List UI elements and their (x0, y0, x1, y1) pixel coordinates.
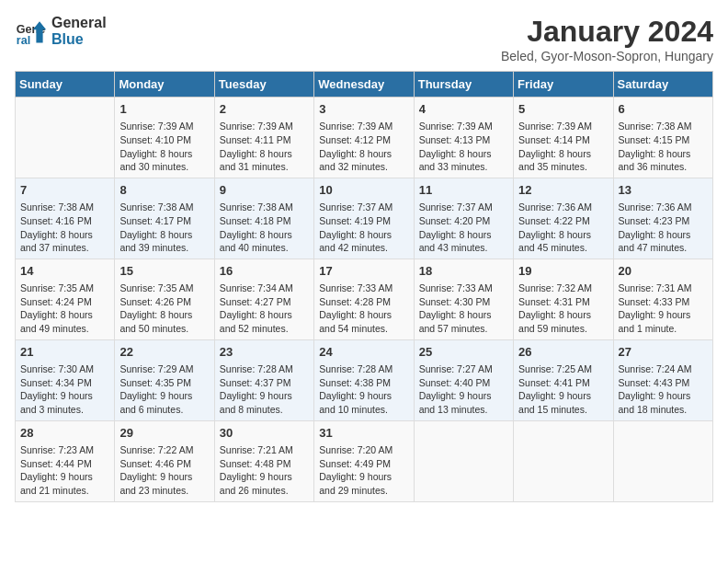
day-info: Sunrise: 7:32 AM Sunset: 4:31 PM Dayligh… (518, 282, 608, 336)
day-info: Sunrise: 7:36 AM Sunset: 4:23 PM Dayligh… (619, 201, 708, 255)
calendar-cell (414, 420, 513, 501)
calendar-cell: 9Sunrise: 7:38 AM Sunset: 4:18 PM Daylig… (214, 178, 313, 259)
day-info: Sunrise: 7:21 AM Sunset: 4:48 PM Dayligh… (220, 443, 309, 498)
day-number: 8 (119, 182, 209, 199)
day-info: Sunrise: 7:38 AM Sunset: 4:15 PM Dayligh… (619, 120, 708, 174)
day-number: 13 (619, 182, 708, 199)
day-info: Sunrise: 7:24 AM Sunset: 4:43 PM Dayligh… (619, 362, 708, 417)
calendar-cell: 21Sunrise: 7:30 AM Sunset: 4:34 PM Dayli… (16, 339, 115, 420)
calendar-cell: 10Sunrise: 7:37 AM Sunset: 4:19 PM Dayli… (314, 178, 414, 259)
day-info: Sunrise: 7:22 AM Sunset: 4:46 PM Dayligh… (119, 443, 209, 498)
calendar-cell: 31Sunrise: 7:20 AM Sunset: 4:49 PM Dayli… (314, 420, 414, 501)
calendar-cell: 19Sunrise: 7:32 AM Sunset: 4:31 PM Dayli… (514, 259, 613, 339)
day-header-tuesday: Tuesday (214, 72, 313, 98)
day-number: 18 (419, 263, 508, 280)
day-number: 5 (518, 101, 608, 118)
calendar-cell: 18Sunrise: 7:33 AM Sunset: 4:30 PM Dayli… (414, 259, 513, 339)
calendar-cell: 30Sunrise: 7:21 AM Sunset: 4:48 PM Dayli… (214, 420, 313, 501)
subtitle: Beled, Gyor-Moson-Sopron, Hungary (501, 49, 713, 63)
day-info: Sunrise: 7:39 AM Sunset: 4:10 PM Dayligh… (119, 120, 209, 174)
day-info: Sunrise: 7:28 AM Sunset: 4:38 PM Dayligh… (319, 362, 408, 417)
day-number: 1 (119, 101, 209, 118)
calendar-cell (514, 420, 613, 501)
day-number: 16 (220, 263, 309, 280)
calendar-cell: 25Sunrise: 7:27 AM Sunset: 4:40 PM Dayli… (414, 339, 513, 420)
day-number: 10 (319, 182, 408, 199)
title-area: January 2024 Beled, Gyor-Moson-Sopron, H… (501, 15, 713, 63)
calendar-cell: 8Sunrise: 7:38 AM Sunset: 4:17 PM Daylig… (115, 178, 214, 259)
header: Gene ral General Blue January 2024 Beled… (15, 15, 713, 63)
day-number: 30 (220, 425, 309, 442)
day-number: 14 (20, 263, 109, 280)
logo-icon: Gene ral (15, 15, 48, 48)
day-number: 24 (319, 344, 408, 361)
calendar-cell: 15Sunrise: 7:35 AM Sunset: 4:26 PM Dayli… (115, 259, 214, 339)
calendar-cell (613, 420, 712, 501)
day-number: 17 (319, 263, 408, 280)
day-info: Sunrise: 7:37 AM Sunset: 4:19 PM Dayligh… (319, 201, 408, 255)
logo-text-blue: Blue (51, 31, 107, 48)
day-info: Sunrise: 7:23 AM Sunset: 4:44 PM Dayligh… (20, 443, 109, 498)
day-info: Sunrise: 7:33 AM Sunset: 4:30 PM Dayligh… (419, 282, 508, 336)
day-info: Sunrise: 7:35 AM Sunset: 4:26 PM Dayligh… (119, 282, 209, 336)
week-row-4: 21Sunrise: 7:30 AM Sunset: 4:34 PM Dayli… (16, 339, 713, 420)
week-row-2: 7Sunrise: 7:38 AM Sunset: 4:16 PM Daylig… (16, 178, 713, 259)
day-number: 26 (518, 344, 608, 361)
day-number: 23 (220, 344, 309, 361)
calendar-cell: 29Sunrise: 7:22 AM Sunset: 4:46 PM Dayli… (115, 420, 214, 501)
day-number: 12 (518, 182, 608, 199)
calendar-cell: 1Sunrise: 7:39 AM Sunset: 4:10 PM Daylig… (115, 98, 214, 178)
day-info: Sunrise: 7:30 AM Sunset: 4:34 PM Dayligh… (20, 362, 109, 417)
day-number: 20 (619, 263, 708, 280)
calendar-cell: 13Sunrise: 7:36 AM Sunset: 4:23 PM Dayli… (613, 178, 712, 259)
day-number: 9 (220, 182, 309, 199)
day-number: 2 (220, 101, 309, 118)
calendar-cell: 11Sunrise: 7:37 AM Sunset: 4:20 PM Dayli… (414, 178, 513, 259)
day-info: Sunrise: 7:25 AM Sunset: 4:41 PM Dayligh… (518, 362, 608, 417)
day-number: 4 (419, 101, 508, 118)
day-info: Sunrise: 7:38 AM Sunset: 4:18 PM Dayligh… (220, 201, 309, 255)
calendar-cell: 16Sunrise: 7:34 AM Sunset: 4:27 PM Dayli… (214, 259, 313, 339)
day-header-saturday: Saturday (613, 72, 712, 98)
day-number: 7 (20, 182, 109, 199)
day-info: Sunrise: 7:34 AM Sunset: 4:27 PM Dayligh… (220, 282, 309, 336)
calendar-cell (16, 98, 115, 178)
day-info: Sunrise: 7:29 AM Sunset: 4:35 PM Dayligh… (119, 362, 209, 417)
week-row-5: 28Sunrise: 7:23 AM Sunset: 4:44 PM Dayli… (16, 420, 713, 501)
main-title: January 2024 (501, 15, 713, 49)
day-info: Sunrise: 7:31 AM Sunset: 4:33 PM Dayligh… (619, 282, 708, 336)
day-header-monday: Monday (115, 72, 214, 98)
calendar-cell: 6Sunrise: 7:38 AM Sunset: 4:15 PM Daylig… (613, 98, 712, 178)
day-number: 11 (419, 182, 508, 199)
svg-text:ral: ral (17, 34, 30, 47)
day-info: Sunrise: 7:39 AM Sunset: 4:12 PM Dayligh… (319, 120, 408, 174)
day-header-friday: Friday (514, 72, 613, 98)
day-number: 6 (619, 101, 708, 118)
day-info: Sunrise: 7:33 AM Sunset: 4:28 PM Dayligh… (319, 282, 408, 336)
day-header-sunday: Sunday (16, 72, 115, 98)
day-number: 29 (119, 425, 209, 442)
day-header-wednesday: Wednesday (314, 72, 414, 98)
day-number: 22 (119, 344, 209, 361)
header-row: SundayMondayTuesdayWednesdayThursdayFrid… (16, 72, 713, 98)
logo-text-general: General (51, 15, 107, 31)
day-number: 28 (20, 425, 109, 442)
day-number: 19 (518, 263, 608, 280)
calendar-cell: 5Sunrise: 7:39 AM Sunset: 4:14 PM Daylig… (514, 98, 613, 178)
day-info: Sunrise: 7:37 AM Sunset: 4:20 PM Dayligh… (419, 201, 508, 255)
day-info: Sunrise: 7:20 AM Sunset: 4:49 PM Dayligh… (319, 443, 408, 498)
calendar-cell: 7Sunrise: 7:38 AM Sunset: 4:16 PM Daylig… (16, 178, 115, 259)
day-info: Sunrise: 7:38 AM Sunset: 4:16 PM Dayligh… (20, 201, 109, 255)
calendar-cell: 2Sunrise: 7:39 AM Sunset: 4:11 PM Daylig… (214, 98, 313, 178)
calendar-cell: 27Sunrise: 7:24 AM Sunset: 4:43 PM Dayli… (613, 339, 712, 420)
day-info: Sunrise: 7:36 AM Sunset: 4:22 PM Dayligh… (518, 201, 608, 255)
calendar-cell: 22Sunrise: 7:29 AM Sunset: 4:35 PM Dayli… (115, 339, 214, 420)
calendar-cell: 20Sunrise: 7:31 AM Sunset: 4:33 PM Dayli… (613, 259, 712, 339)
calendar-cell: 14Sunrise: 7:35 AM Sunset: 4:24 PM Dayli… (16, 259, 115, 339)
week-row-3: 14Sunrise: 7:35 AM Sunset: 4:24 PM Dayli… (16, 259, 713, 339)
calendar-cell: 26Sunrise: 7:25 AM Sunset: 4:41 PM Dayli… (514, 339, 613, 420)
day-header-thursday: Thursday (414, 72, 513, 98)
calendar-cell: 24Sunrise: 7:28 AM Sunset: 4:38 PM Dayli… (314, 339, 414, 420)
day-info: Sunrise: 7:38 AM Sunset: 4:17 PM Dayligh… (119, 201, 209, 255)
calendar-table: SundayMondayTuesdayWednesdayThursdayFrid… (15, 71, 713, 502)
